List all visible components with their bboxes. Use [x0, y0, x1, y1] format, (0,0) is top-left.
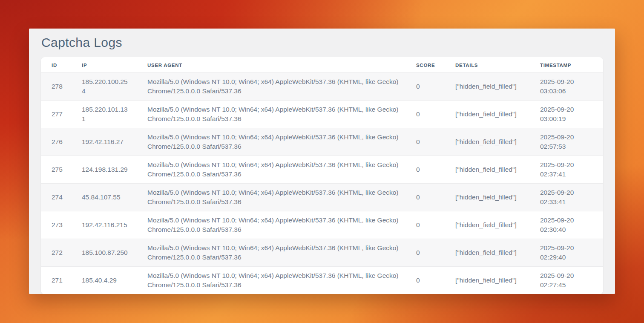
cell-timestamp: 2025-09-20 03:03:06	[529, 73, 603, 101]
cell-details: ["hidden_field_filled"]	[445, 128, 529, 156]
cell-score: 0	[405, 184, 445, 211]
table-body: 278185.220.100.254Mozilla/5.0 (Windows N…	[41, 73, 603, 294]
cell-user_agent: Mozilla/5.0 (Windows NT 10.0; Win64; x64…	[137, 156, 405, 184]
cell-score: 0	[405, 128, 445, 156]
cell-id: 277	[41, 101, 71, 128]
cell-timestamp: 2025-09-20 02:33:41	[529, 184, 603, 211]
cell-details: ["hidden_field_filled"]	[445, 211, 529, 239]
table-row: 271185.40.4.29Mozilla/5.0 (Windows NT 10…	[41, 267, 603, 294]
cell-score: 0	[405, 101, 445, 128]
captcha-logs-table: IDIPUSER AGENTSCOREDETAILSTIMESTAMP 2781…	[41, 57, 603, 294]
cell-score: 0	[405, 73, 445, 101]
table-row: 273192.42.116.215Mozilla/5.0 (Windows NT…	[41, 211, 603, 239]
cell-id: 275	[41, 156, 71, 184]
cell-timestamp: 2025-09-20 02:30:40	[529, 211, 603, 239]
cell-ip: 185.40.4.29	[71, 267, 137, 294]
cell-id: 272	[41, 239, 71, 267]
table-row: 275124.198.131.29Mozilla/5.0 (Windows NT…	[41, 156, 603, 184]
cell-ip: 185.100.87.250	[71, 239, 137, 267]
page-title: Captcha Logs	[41, 35, 603, 50]
table-row: 276192.42.116.27Mozilla/5.0 (Windows NT …	[41, 128, 603, 156]
cell-ip: 45.84.107.55	[71, 184, 137, 211]
table-row: 272185.100.87.250Mozilla/5.0 (Windows NT…	[41, 239, 603, 267]
cell-id: 271	[41, 267, 71, 294]
captcha-logs-table-container: IDIPUSER AGENTSCOREDETAILSTIMESTAMP 2781…	[41, 57, 603, 294]
cell-user_agent: Mozilla/5.0 (Windows NT 10.0; Win64; x64…	[137, 101, 405, 128]
column-header-ip: IP	[71, 57, 137, 73]
table-row: 277185.220.101.131Mozilla/5.0 (Windows N…	[41, 101, 603, 128]
cell-score: 0	[405, 239, 445, 267]
cell-details: ["hidden_field_filled"]	[445, 267, 529, 294]
cell-ip: 192.42.116.215	[71, 211, 137, 239]
cell-score: 0	[405, 156, 445, 184]
cell-score: 0	[405, 267, 445, 294]
cell-id: 273	[41, 211, 71, 239]
table-header: IDIPUSER AGENTSCOREDETAILSTIMESTAMP	[41, 57, 603, 73]
cell-score: 0	[405, 211, 445, 239]
cell-timestamp: 2025-09-20 03:00:19	[529, 101, 603, 128]
cell-user_agent: Mozilla/5.0 (Windows NT 10.0; Win64; x64…	[137, 128, 405, 156]
cell-ip: 185.220.100.254	[71, 73, 137, 101]
cell-id: 278	[41, 73, 71, 101]
table-header-row: IDIPUSER AGENTSCOREDETAILSTIMESTAMP	[41, 57, 603, 73]
cell-details: ["hidden_field_filled"]	[445, 239, 529, 267]
cell-ip: 192.42.116.27	[71, 128, 137, 156]
cell-details: ["hidden_field_filled"]	[445, 156, 529, 184]
cell-timestamp: 2025-09-20 02:29:40	[529, 239, 603, 267]
cell-details: ["hidden_field_filled"]	[445, 73, 529, 101]
cell-ip: 124.198.131.29	[71, 156, 137, 184]
column-header-id: ID	[41, 57, 71, 73]
cell-user_agent: Mozilla/5.0 (Windows NT 10.0; Win64; x64…	[137, 239, 405, 267]
column-header-timestamp: TIMESTAMP	[529, 57, 603, 73]
column-header-user_agent: USER AGENT	[137, 57, 405, 73]
cell-timestamp: 2025-09-20 02:27:45	[529, 267, 603, 294]
column-header-details: DETAILS	[445, 57, 529, 73]
cell-user_agent: Mozilla/5.0 (Windows NT 10.0; Win64; x64…	[137, 211, 405, 239]
cell-id: 276	[41, 128, 71, 156]
table-row: 278185.220.100.254Mozilla/5.0 (Windows N…	[41, 73, 603, 101]
column-header-score: SCORE	[405, 57, 445, 73]
captcha-logs-card: Captcha Logs IDIPUSER AGENTSCOREDETAILST…	[29, 29, 615, 294]
cell-ip: 185.220.101.131	[71, 101, 137, 128]
cell-timestamp: 2025-09-20 02:37:41	[529, 156, 603, 184]
cell-user_agent: Mozilla/5.0 (Windows NT 10.0; Win64; x64…	[137, 73, 405, 101]
cell-details: ["hidden_field_filled"]	[445, 101, 529, 128]
cell-user_agent: Mozilla/5.0 (Windows NT 10.0; Win64; x64…	[137, 267, 405, 294]
cell-details: ["hidden_field_filled"]	[445, 184, 529, 211]
cell-user_agent: Mozilla/5.0 (Windows NT 10.0; Win64; x64…	[137, 184, 405, 211]
cell-timestamp: 2025-09-20 02:57:53	[529, 128, 603, 156]
table-row: 27445.84.107.55Mozilla/5.0 (Windows NT 1…	[41, 184, 603, 211]
cell-id: 274	[41, 184, 71, 211]
